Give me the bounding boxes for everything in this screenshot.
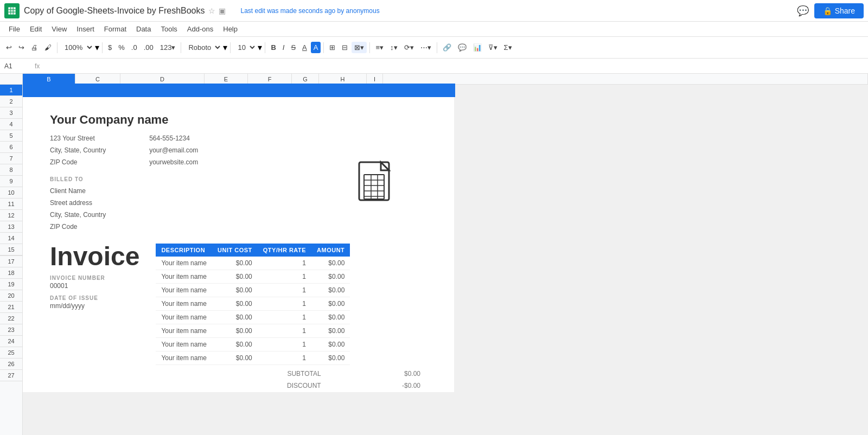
row-6-description[interactable]: Your item name [156, 324, 212, 338]
decimal-inc-button[interactable]: .00 [141, 42, 156, 53]
row-header-10[interactable]: 10 [0, 187, 22, 199]
table-row-4[interactable]: Your item name $0.00 1 $0.00 [156, 297, 350, 311]
col-header-G[interactable]: G [292, 74, 319, 84]
row-header-21[interactable]: 21 [0, 302, 22, 313]
fontsize-dropdown[interactable]: 10 ▾ [233, 42, 262, 53]
table-row-2[interactable]: Your item name $0.00 1 $0.00 [156, 270, 350, 284]
share-button[interactable]: 🔒 Share [814, 3, 864, 18]
row-header-17[interactable]: 17 [0, 256, 22, 267]
row-header-18[interactable]: 18 [0, 267, 22, 279]
row-header-25[interactable]: 25 [0, 347, 22, 359]
row-header-2[interactable]: 2 [0, 96, 22, 107]
decimal-dec-button[interactable]: .0 [129, 42, 140, 53]
chat-icon[interactable]: 💬 [797, 5, 809, 17]
col-header-I[interactable]: I [367, 74, 383, 84]
percent-button[interactable]: % [116, 42, 127, 53]
menu-file[interactable]: File [4, 24, 24, 34]
row-3-description[interactable]: Your item name [156, 284, 212, 297]
merge-button[interactable]: ⊟ [339, 42, 350, 53]
row-8-unit-cost[interactable]: $0.00 [212, 351, 258, 365]
fill-color-button[interactable]: A [311, 42, 321, 53]
rotate-button[interactable]: ⟳▾ [401, 42, 417, 53]
text-color-button[interactable]: A [299, 42, 310, 53]
comment-button[interactable]: 💬 [455, 42, 469, 53]
wrap-button[interactable]: ⊠▾ [352, 42, 367, 53]
row-6-qty[interactable]: 1 [258, 324, 311, 338]
bold-button[interactable]: B [268, 42, 278, 53]
row-7-qty[interactable]: 1 [258, 338, 311, 351]
row-1-amount[interactable]: $0.00 [311, 257, 350, 270]
row-3-unit-cost[interactable]: $0.00 [212, 284, 258, 297]
cell-reference[interactable]: A1 [4, 62, 31, 70]
row-1-qty[interactable]: 1 [258, 257, 311, 270]
row-header-1[interactable]: 1 [0, 85, 22, 96]
row-6-amount[interactable]: $0.00 [311, 324, 350, 338]
table-row-7[interactable]: Your item name $0.00 1 $0.00 [156, 338, 350, 351]
col-header-C[interactable]: C [75, 74, 120, 84]
date-of-issue-value[interactable]: mm/dd/yyyy [50, 302, 139, 310]
formula-input[interactable] [43, 62, 864, 70]
strikethrough-button[interactable]: S [288, 42, 298, 53]
function-button[interactable]: Σ▾ [501, 42, 515, 53]
row-5-amount[interactable]: $0.00 [311, 311, 350, 324]
website[interactable]: yourwebsite.com [149, 156, 198, 168]
row-8-description[interactable]: Your item name [156, 351, 212, 365]
row-header-24[interactable]: 24 [0, 336, 22, 347]
menu-help[interactable]: Help [219, 24, 242, 34]
fontsize-select[interactable]: 10 [233, 42, 257, 53]
row-header-19[interactable]: 19 [0, 279, 22, 290]
row-header-12[interactable]: 12 [0, 210, 22, 221]
menu-format[interactable]: Format [100, 24, 131, 34]
address-line3[interactable]: ZIP Code [50, 156, 106, 168]
row-4-unit-cost[interactable]: $0.00 [212, 297, 258, 311]
row-4-description[interactable]: Your item name [156, 297, 212, 311]
row-5-qty[interactable]: 1 [258, 311, 311, 324]
col-header-H[interactable]: H [319, 74, 367, 84]
currency-button[interactable]: $ [105, 42, 114, 53]
row-7-unit-cost[interactable]: $0.00 [212, 338, 258, 351]
col-header-B[interactable]: B [23, 74, 75, 84]
row-4-amount[interactable]: $0.00 [311, 297, 350, 311]
row-4-qty[interactable]: 1 [258, 297, 311, 311]
col-header-D[interactable]: D [120, 74, 205, 84]
folder-icon[interactable]: ▣ [219, 7, 226, 15]
client-zip[interactable]: ZIP Code [50, 221, 427, 233]
menu-view[interactable]: View [47, 24, 71, 34]
star-icon[interactable]: ☆ [208, 7, 215, 15]
email[interactable]: your@email.com [149, 144, 198, 156]
row-header-11[interactable]: 11 [0, 199, 22, 210]
row-7-description[interactable]: Your item name [156, 338, 212, 351]
table-row-3[interactable]: Your item name $0.00 1 $0.00 [156, 284, 350, 297]
row-header-14[interactable]: 14 [0, 233, 22, 244]
table-row-6[interactable]: Your item name $0.00 1 $0.00 [156, 324, 350, 338]
table-row-5[interactable]: Your item name $0.00 1 $0.00 [156, 311, 350, 324]
halign-button[interactable]: ≡▾ [373, 42, 386, 53]
chart-button[interactable]: 📊 [470, 42, 484, 53]
row-header-13[interactable]: 13 [0, 221, 22, 233]
row-5-unit-cost[interactable]: $0.00 [212, 311, 258, 324]
row-8-amount[interactable]: $0.00 [311, 351, 350, 365]
row-7-amount[interactable]: $0.00 [311, 338, 350, 351]
row-3-amount[interactable]: $0.00 [311, 284, 350, 297]
italic-button[interactable]: I [280, 42, 288, 53]
table-row-1[interactable]: Your item name $0.00 1 $0.00 [156, 257, 350, 270]
menu-insert[interactable]: Insert [72, 24, 99, 34]
borders-button[interactable]: ⊞ [327, 42, 338, 53]
address-line2[interactable]: City, State, Country [50, 144, 106, 156]
row-header-9[interactable]: 9 [0, 176, 22, 187]
font-dropdown[interactable]: Roboto ▾ [184, 42, 227, 53]
filter-button[interactable]: ⊽▾ [486, 42, 500, 53]
row-header-20[interactable]: 20 [0, 290, 22, 302]
more-formats-button[interactable]: ⋯▾ [418, 42, 434, 53]
phone[interactable]: 564-555-1234 [149, 132, 198, 144]
menu-edit[interactable]: Edit [25, 24, 46, 34]
row-header-4[interactable]: 4 [0, 119, 22, 130]
row-1-unit-cost[interactable]: $0.00 [212, 257, 258, 270]
row-header-22[interactable]: 22 [0, 313, 22, 324]
col-header-F[interactable]: F [248, 74, 292, 84]
sheet-content[interactable]: Your Company name 123 Your Street City, … [23, 85, 868, 392]
table-row-8[interactable]: Your item name $0.00 1 $0.00 [156, 351, 350, 365]
number-format-button[interactable]: 123▾ [157, 42, 178, 53]
link-button[interactable]: 🔗 [440, 42, 454, 53]
redo-button[interactable]: ↪ [16, 42, 27, 53]
